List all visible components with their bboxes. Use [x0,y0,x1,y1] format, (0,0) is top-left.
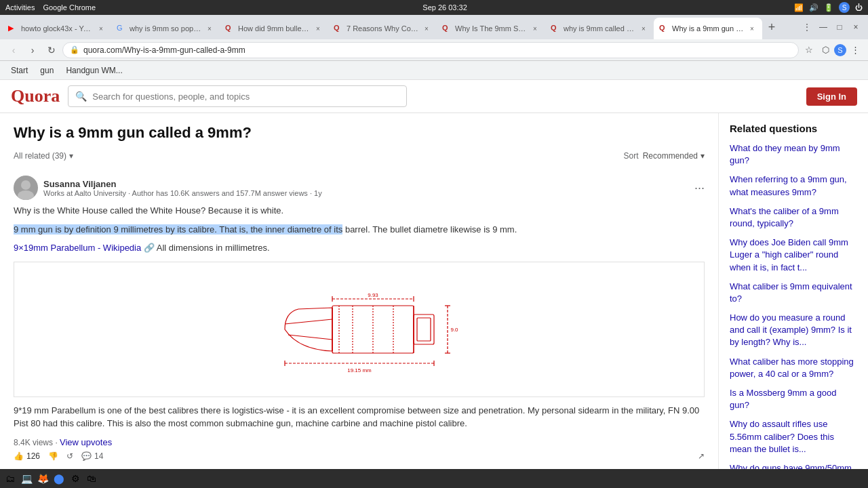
tab-4-favicon: Q [334,24,343,33]
sidebar-item-3[interactable]: Why does Joe Biden call 9mm Luger a "hig… [730,237,857,274]
tab-bar: ▶ howto glock43x - YouTu... × G why is 9… [0,15,868,39]
tab-list-button[interactable]: ⋮ [800,20,814,34]
sidebar-item-6[interactable]: What caliber has more stopping power, a … [730,356,857,380]
tab-7-close[interactable]: × [747,24,757,33]
power-icon[interactable]: ⏻ [855,3,863,12]
svg-line-7 [288,335,332,340]
sidebar: Related questions What do they mean by 9… [719,113,868,488]
reload-button[interactable]: ↻ [43,42,60,58]
sort-area: Sort Recommended ▾ [624,151,705,161]
content-area: Why is a 9mm gun called a 9mm? All relat… [0,113,719,488]
bookmark-handgun[interactable]: Handgun WM... [60,64,127,77]
tab-5-favicon: Q [442,24,452,33]
view-upvotes-link[interactable]: View upvotes [60,437,112,447]
comment-button[interactable]: 💬 14 [81,451,103,461]
sidebar-item-1[interactable]: When referring to a 9mm gun, what measur… [730,174,857,198]
taskbar-store[interactable]: 🛍 [84,471,99,486]
url-bar[interactable]: 🔒 quora.com/Why-is-a-9mm-gun-called-a-9m… [62,42,799,58]
tab-4-close[interactable]: × [422,24,431,33]
taskbar-terminal[interactable]: 💻 [19,471,34,486]
main-content: Why is a 9mm gun called a 9mm? All relat… [0,113,868,488]
share-button[interactable]: ↺ [66,451,73,461]
wiki-link[interactable]: 9×19mm Parabellum - Wikipedia 🔗 [14,243,155,253]
tab-5-close[interactable]: × [530,24,540,33]
tab-6-close[interactable]: × [639,24,648,33]
svg-rect-5 [417,318,431,341]
profile-icon[interactable]: S [834,44,846,56]
minimize-button[interactable]: — [816,20,830,34]
answer-card: Susanna Viljanen Works at Aalto Universi… [14,169,705,468]
signin-button[interactable]: Sign In [806,87,857,106]
author-row: Susanna Viljanen Works at Aalto Universi… [14,176,705,200]
taskbar-files[interactable]: 🗂 [3,471,18,486]
back-button[interactable]: ‹ [5,42,22,58]
search-input[interactable] [92,92,399,102]
taskbar-chrome[interactable]: ⬤ [52,471,66,486]
tab-7[interactable]: Q Why is a 9mm gun called... × [654,18,762,39]
sidebar-item-0[interactable]: What do they mean by 9mm gun? [730,142,857,167]
answer-footer: 8.4K views · View upvotes 👍 126 👎 [14,437,705,461]
sidebar-item-2[interactable]: What's the caliber of a 9mm round, typic… [730,205,857,230]
bookmark-handgun-label: Handgun WM... [66,66,122,75]
sidebar-item-8[interactable]: Why do assault rifles use 5.56mm caliber… [730,418,857,455]
tab-7-favicon: Q [659,24,669,33]
bookmark-start-label: Start [11,66,28,75]
new-tab-button[interactable]: + [762,18,781,37]
chrome-menu-button[interactable]: ⋮ [848,43,863,58]
tab-1-close[interactable]: × [96,24,106,33]
sidebar-item-4[interactable]: What caliber is 9mm equivalent to? [730,281,857,305]
bookmark-gun[interactable]: gun [35,64,59,77]
question-title: Why is a 9mm gun called a 9mm? [14,124,705,142]
taskbar-settings[interactable]: ⚙ [68,471,83,486]
sidebar-item-5[interactable]: How do you measure a round and call it (… [730,312,857,349]
answer-body-2: 9*19 mm Parabellum is one of the best ca… [14,404,705,430]
quora-logo[interactable]: Quora [11,86,60,106]
tab-5[interactable]: Q Why Is The 9mm So Popu... × [437,18,545,39]
author-meta: Works at Aalto University · Author has 1… [43,189,322,197]
tab-2[interactable]: G why is 9mm so popular -... × [111,18,220,39]
tab-4[interactable]: Q 7 Reasons Why Cops Cho... × [328,18,437,39]
tab-6[interactable]: Q why is 9mm called 9mm... × [545,18,654,39]
tab-5-label: Why Is The 9mm So Popu... [455,24,527,33]
taskbar: 🗂 💻 🦊 ⬤ ⚙ 🛍 [0,469,868,488]
bookmark-gun-label: gun [40,66,54,75]
battery-icon: 🔋 [824,3,833,12]
answer-more-button[interactable]: ··· [694,181,705,195]
share-icon: ↺ [66,451,73,461]
more-actions-button[interactable]: ↗ [698,451,705,461]
tab-7-label: Why is a 9mm gun called... [672,24,744,33]
activities-label[interactable]: Activities [5,3,35,12]
sort-label: Sort [624,151,639,161]
bookmark-start[interactable]: Start [5,64,33,77]
forward-button[interactable]: › [24,42,41,58]
tab-2-close[interactable]: × [205,24,214,33]
actions-row: 👍 126 👎 ↺ 💬 14 [14,451,705,461]
bookmark-star-icon[interactable]: ☆ [802,43,816,58]
search-icon: 🔍 [75,91,87,102]
close-window-button[interactable]: × [849,20,863,34]
all-related-label: All related (39) [14,151,66,161]
screenshot-icon[interactable]: ⬡ [818,43,833,58]
upvote-button[interactable]: 👍 126 [14,451,40,461]
sidebar-item-7[interactable]: Is a Mossberg 9mm a good gun? [730,387,857,411]
tab-3-close[interactable]: × [313,24,323,33]
recommended-dropdown[interactable]: Recommended ▾ [643,151,705,161]
maximize-button[interactable]: □ [833,20,846,34]
answer-controls: All related (39) ▾ Sort Recommended ▾ [14,151,705,161]
search-bar[interactable]: 🔍 [68,85,407,107]
tab-3-label: How did 9mm bullets bec... [238,24,310,33]
tab-3[interactable]: Q How did 9mm bullets bec... × [220,18,328,39]
svg-line-6 [285,319,332,324]
all-related-dropdown[interactable]: All related (39) ▾ [14,151,73,161]
app-name-label: Google Chrome [43,3,96,12]
lock-icon: 🔒 [70,45,79,54]
author-name[interactable]: Susanna Viljanen [43,179,322,189]
author-info: Susanna Viljanen Works at Aalto Universi… [14,176,322,200]
downvote-button[interactable]: 👎 [48,451,58,461]
bookmarks-bar: Start gun Handgun WM... [0,61,868,80]
author-avatar[interactable] [14,176,38,200]
bullet-diagram: 19.15 mm 9.93 9.0 [14,262,705,397]
tab-1[interactable]: ▶ howto glock43x - YouTu... × [3,18,111,39]
bullet-diagram-svg: 19.15 mm 9.93 9.0 [244,268,475,390]
taskbar-firefox[interactable]: 🦊 [35,471,50,486]
